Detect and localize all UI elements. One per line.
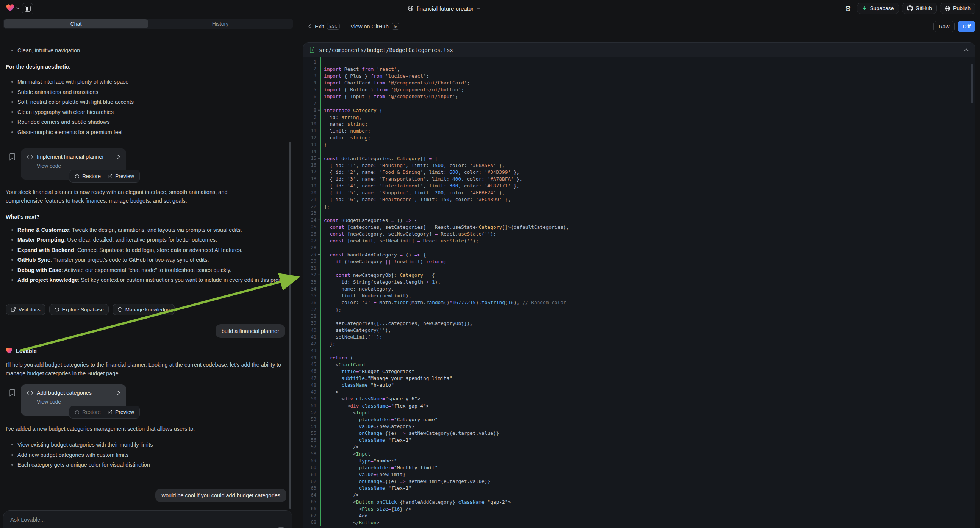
list-item-text: GitHub Sync: Transfer your project's cod… [18, 255, 209, 265]
line-number: 58 [304, 451, 317, 456]
visit-docs-label: Visit docs [19, 307, 41, 312]
code-line: 41 setNewLimit(''); [304, 334, 975, 340]
bullet-dot [11, 132, 13, 133]
code-line: 15const defaultCategories: Category[] = … [304, 155, 975, 162]
bullet-dot [11, 229, 13, 231]
line-number: 68 [304, 520, 317, 525]
code-line: 11 limit: number; [304, 127, 975, 134]
whats-next-heading: What's next? [6, 214, 40, 220]
file-path: src/components/budget/BudgetCategories.t… [319, 47, 453, 53]
view-on-github-button[interactable]: View on GitHub [350, 24, 388, 30]
line-number: 3 [304, 73, 317, 78]
publish-globe-icon [945, 6, 950, 11]
chat-composer[interactable]: Ask Lovable... Attach Edit Default ↑ [3, 510, 293, 528]
list-item: Clean, intuitive navigation [11, 46, 80, 55]
code-line: 62 onChange={(e) => setNewLimit(e.target… [304, 478, 975, 485]
code-line: 18 { id: '3', name: 'Transportation', li… [304, 175, 975, 182]
bookmark-icon[interactable] [9, 389, 16, 396]
code-line: 55 onChange={(e) => setNewCategory(e.tar… [304, 430, 975, 437]
chat-scrollbar[interactable] [290, 142, 291, 509]
exit-button[interactable]: Exit [315, 24, 324, 30]
tab-chat[interactable]: Chat [4, 19, 148, 29]
chat-input[interactable]: Ask Lovable... [10, 517, 45, 523]
preview-button[interactable]: Preview [108, 173, 134, 179]
file-header[interactable]: src/components/budget/BudgetCategories.t… [304, 43, 975, 57]
view-code-link[interactable]: View code [37, 399, 120, 405]
line-number: 7 [304, 101, 317, 106]
restore-button[interactable]: Restore [75, 409, 101, 415]
settings-button[interactable]: ⚙ [842, 3, 854, 14]
design-aesthetic-heading: For the design aesthetic: [6, 64, 71, 70]
explore-supabase-button[interactable]: Explore Supabase [49, 304, 109, 315]
whats-next-list: Refine & Customize: Tweak the design, an… [11, 225, 290, 285]
preview-button[interactable]: Preview [108, 409, 134, 415]
list-item: Master Prompting: Use clear, detailed, a… [11, 235, 290, 245]
line-number: 45 [304, 362, 317, 367]
view-code-link[interactable]: View code [37, 163, 120, 169]
code-line: 51 <div className="flex gap-4"> [304, 402, 975, 409]
restore-icon [75, 410, 80, 415]
bookmark-icon[interactable] [9, 153, 16, 161]
github-button[interactable]: GitHub [902, 3, 937, 14]
visit-docs-button[interactable]: Visit docs [6, 304, 45, 315]
code-content[interactable]: 12import React from 'react';3import { Pl… [304, 57, 975, 526]
list-item-text: Rounded corners and subtle shadows [18, 118, 110, 127]
line-number: 28 [304, 245, 317, 250]
list-item: GitHub Sync: Transfer your project's cod… [11, 255, 290, 265]
list-item: Minimalist interface with plenty of whit… [11, 78, 284, 88]
line-number: 2 [304, 66, 317, 72]
github-label: GitHub [916, 5, 932, 11]
g-kbd-badge: G [392, 23, 399, 30]
code-scrollbar[interactable] [971, 64, 973, 103]
assistant-header: Lovable ··· [6, 348, 291, 355]
line-number: 37 [304, 307, 317, 312]
code-line: 27 const [newLimit, setNewLimit] = React… [304, 237, 975, 244]
code-line: 52 <Input [304, 409, 975, 416]
line-number: 6 [304, 94, 317, 99]
code-line: 60 placeholder="Monthly limit" [304, 464, 975, 471]
package-icon [118, 307, 123, 312]
list-item-text: View existing budget categories with the… [18, 441, 153, 449]
line-number: 12 [304, 135, 317, 140]
supabase-button[interactable]: Supabase [857, 3, 899, 14]
project-switcher[interactable]: financial-future-creator [407, 0, 480, 17]
line-number: 21 [304, 197, 317, 202]
code-line: 21 { id: '6', name: 'Healthcare', limit:… [304, 196, 975, 203]
list-item: Debug with Ease: Activate our experiment… [11, 265, 290, 275]
restore-button[interactable]: Restore [75, 173, 101, 179]
manage-knowledge-button[interactable]: Manage knowledge [113, 304, 175, 315]
logo-chevron-down-icon[interactable] [16, 7, 20, 10]
code-line: 10 name: string; [304, 121, 975, 127]
list-item-text: Soft, neutral color palette with light b… [18, 98, 134, 107]
external-link-icon [11, 307, 16, 312]
project-chevron-down-icon [477, 7, 480, 10]
list-item-text: Clean, intuitive navigation [18, 46, 80, 55]
code-line: 44 return ( [304, 354, 975, 361]
bullet-dot [11, 81, 13, 83]
diff-toggle-button[interactable]: Diff [958, 21, 975, 32]
line-number: 49 [304, 390, 317, 395]
list-item-text: Glass-morphic elements for a premium fee… [18, 128, 123, 137]
assistant-paragraph: I've added a new budget categories manag… [6, 425, 288, 433]
esc-kbd-badge: ESC [327, 23, 340, 30]
assistant-paragraph: I'll help you add budget categories to t… [6, 361, 288, 379]
bullet-dot [11, 91, 13, 93]
tab-history[interactable]: History [148, 19, 293, 29]
line-number: 5 [304, 87, 317, 92]
list-item-text: Each category gets a unique color for vi… [18, 461, 150, 469]
chat-history-tabs: Chat History [3, 19, 293, 29]
code-line: 20 { id: '5', name: 'Shopping', limit: 2… [304, 189, 975, 196]
line-number: 59 [304, 458, 317, 463]
line-number: 51 [304, 403, 317, 408]
sidebar-toggle-button[interactable] [22, 3, 33, 14]
raw-toggle-button[interactable]: Raw [934, 21, 955, 32]
publish-button[interactable]: Publish [940, 3, 975, 14]
quick-actions-row: Visit docs Explore Supabase Manage knowl… [6, 304, 175, 315]
code-line: 53 placeholder="Category name" [304, 416, 975, 423]
line-number: 43 [304, 348, 317, 353]
assistant-name: Lovable [16, 348, 37, 354]
lovable-logo-heart-icon[interactable] [6, 4, 14, 12]
gear-icon: ⚙ [845, 4, 851, 13]
design-bullet-list: Minimalist interface with plenty of whit… [11, 78, 284, 138]
collapse-chevron-up-icon[interactable] [964, 48, 969, 51]
